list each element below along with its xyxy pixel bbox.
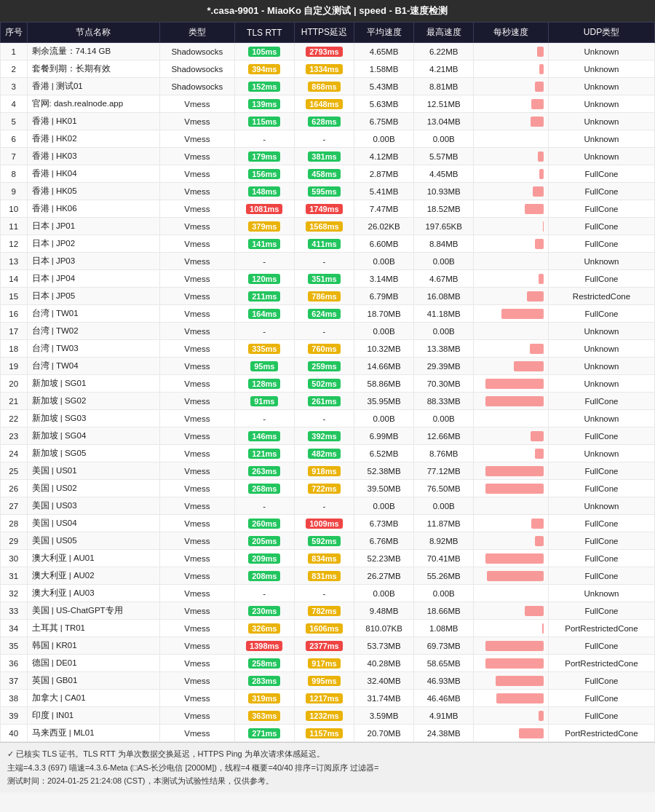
cell-udp: Unknown: [548, 410, 654, 427]
table-row: 33美国 | US-ChatGPT专用Vmess230ms782ms9.48MB…: [1, 602, 655, 620]
cell-tls: 271ms: [234, 725, 294, 742]
cell-speed-bar: [474, 672, 549, 690]
cell-speed-bar: [474, 550, 549, 567]
cell-type: Shadowsocks: [160, 60, 235, 78]
cell-seq: 1: [1, 43, 28, 60]
cell-seq: 13: [1, 253, 28, 270]
cell-speed-bar: [474, 637, 549, 655]
cell-seq: 3: [1, 78, 28, 95]
cell-name: 新加坡 | SG03: [27, 410, 160, 427]
table-row: 11日本 | JP01Vmess379ms1568ms26.02KB197.65…: [1, 218, 655, 235]
cell-max: 55.26MB: [414, 567, 474, 585]
cell-seq: 31: [1, 567, 28, 585]
cell-name: 香港 | HK04: [27, 165, 160, 183]
cell-max: 8.76MB: [414, 445, 474, 462]
table-header-row: 序号 节点名称 类型 TLS RTT HTTPS延迟 平均速度 最高速度 每秒速…: [1, 23, 655, 43]
cell-seq: 29: [1, 532, 28, 550]
table-row: 21新加坡 | SG02Vmess91ms261ms35.95MB88.33MB…: [1, 393, 655, 410]
table-row: 19台湾 | TW04Vmess95ms259ms14.66MB29.39MBU…: [1, 358, 655, 375]
cell-seq: 23: [1, 427, 28, 445]
cell-udp: Unknown: [548, 445, 654, 462]
cell-max: 10.93MB: [414, 183, 474, 200]
cell-speed-bar: [474, 585, 549, 602]
table-row: 18台湾 | TW03Vmess335ms760ms10.32MB13.38MB…: [1, 340, 655, 358]
cell-speed-bar: [474, 95, 549, 113]
cell-tls: -: [234, 497, 294, 515]
cell-type: Vmess: [160, 340, 235, 358]
cell-udp: Unknown: [548, 148, 654, 165]
cell-max: 4.21MB: [414, 60, 474, 78]
table-row: 17台湾 | TW02Vmess--0.00B0.00BUnknown: [1, 323, 655, 340]
cell-tls: 152ms: [234, 78, 294, 95]
cell-max: 24.38MB: [414, 725, 474, 742]
cell-speed-bar: [474, 78, 549, 95]
table-row: 23新加坡 | SG04Vmess146ms392ms6.99MB12.66MB…: [1, 427, 655, 445]
cell-https: -: [294, 497, 354, 515]
cell-name: 官网: dash.realnode.app: [27, 95, 160, 113]
cell-type: Vmess: [160, 148, 235, 165]
speed-bar-visual: [531, 99, 544, 109]
table-row: 35韩国 | KR01Vmess1398ms2377ms53.73MB69.73…: [1, 637, 655, 655]
table-row: 16台湾 | TW01Vmess164ms624ms18.70MB41.18MB…: [1, 305, 655, 323]
cell-avg: 6.99MB: [354, 427, 413, 445]
cell-name: 新加坡 | SG01: [27, 375, 160, 393]
cell-tls: 260ms: [234, 515, 294, 532]
cell-seq: 15: [1, 288, 28, 305]
cell-max: 4.45MB: [414, 165, 474, 183]
cell-tls: 1398ms: [234, 637, 294, 655]
cell-name: 美国 | US02: [27, 480, 160, 497]
cell-avg: 26.27MB: [354, 567, 413, 585]
cell-seq: 9: [1, 183, 28, 200]
speed-bar-visual: [535, 536, 544, 546]
col-header-avg: 平均速度: [354, 23, 413, 43]
cell-https: 1157ms: [294, 725, 354, 742]
cell-udp: RestrictedCone: [548, 288, 654, 305]
speed-bar-visual: [519, 728, 544, 738]
speed-bar-visual: [527, 291, 544, 301]
cell-https: -: [294, 253, 354, 270]
table-row: 31澳大利亚 | AU02Vmess208ms831ms26.27MB55.26…: [1, 567, 655, 585]
cell-type: Vmess: [160, 393, 235, 410]
cell-seq: 33: [1, 602, 28, 620]
cell-https: 831ms: [294, 567, 354, 585]
speed-bar-visual: [525, 204, 544, 214]
speed-bar-visual: [537, 47, 544, 57]
cell-https: 1217ms: [294, 690, 354, 707]
cell-max: 58.65MB: [414, 655, 474, 672]
cell-type: Vmess: [160, 305, 235, 323]
cell-tls: 146ms: [234, 427, 294, 445]
table-row: 10香港 | HK06Vmess1081ms1749ms7.47MB18.52M…: [1, 200, 655, 218]
cell-max: 0.00B: [414, 323, 474, 340]
cell-tls: 263ms: [234, 462, 294, 480]
cell-https: 624ms: [294, 305, 354, 323]
cell-tls: 205ms: [234, 532, 294, 550]
cell-tls: 141ms: [234, 235, 294, 253]
cell-max: 18.52MB: [414, 200, 474, 218]
cell-avg: 53.73MB: [354, 637, 413, 655]
cell-type: Shadowsocks: [160, 43, 235, 60]
cell-seq: 22: [1, 410, 28, 427]
cell-udp: PortRestrictedCone: [548, 725, 654, 742]
cell-avg: 14.66MB: [354, 358, 413, 375]
cell-name: 台湾 | TW02: [27, 323, 160, 340]
results-table: 序号 节点名称 类型 TLS RTT HTTPS延迟 平均速度 最高速度 每秒速…: [0, 22, 655, 742]
cell-tls: 1081ms: [234, 200, 294, 218]
cell-udp: FullCone: [548, 200, 654, 218]
cell-tls: 319ms: [234, 690, 294, 707]
cell-name: 美国 | US04: [27, 515, 160, 532]
cell-avg: 6.75MB: [354, 113, 413, 130]
cell-tls: 326ms: [234, 620, 294, 637]
cell-max: 8.81MB: [414, 78, 474, 95]
cell-speed-bar: [474, 427, 549, 445]
cell-name: 香港 | HK01: [27, 113, 160, 130]
cell-name: 香港 | HK06: [27, 200, 160, 218]
cell-name: 加拿大 | CA01: [27, 690, 160, 707]
col-header-tls: TLS RTT: [234, 23, 294, 43]
speed-bar-visual: [531, 117, 544, 127]
cell-avg: 58.86MB: [354, 375, 413, 393]
cell-seq: 35: [1, 637, 28, 655]
speed-bar-visual: [530, 344, 544, 354]
cell-seq: 20: [1, 375, 28, 393]
footer-line3: 测试时间：2024-01-25 21:24:08 (CST)，本测试为试验性结果…: [7, 774, 648, 788]
cell-type: Vmess: [160, 480, 235, 497]
